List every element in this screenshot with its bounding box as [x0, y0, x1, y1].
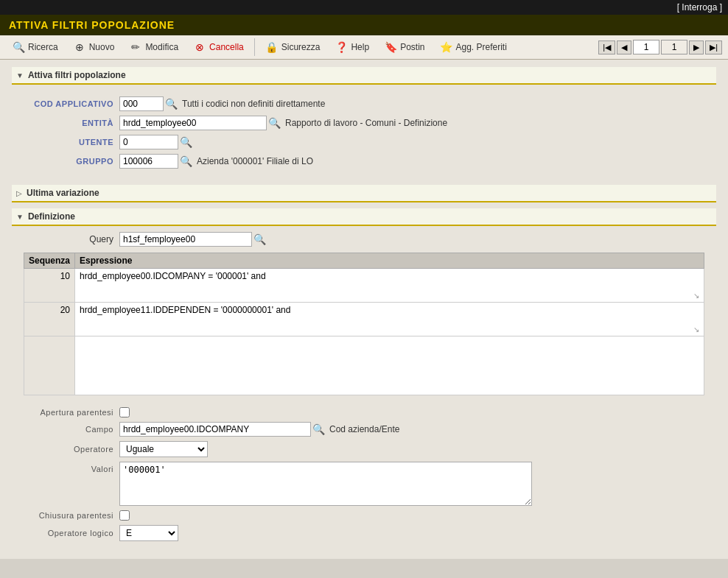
section3-header[interactable]: ▼ Definizione	[12, 208, 716, 226]
operatore-row: Operatore Uguale Diverso Maggiore Minore…	[24, 441, 704, 457]
utente-label: UTENTE	[24, 138, 119, 147]
cod-applicativo-lookup-button[interactable]: 🔍	[165, 98, 178, 110]
postin-button[interactable]: 🔖 Postin	[378, 38, 430, 56]
query-label: Query	[24, 234, 119, 244]
section1-title: Attiva filtri popolazione	[28, 70, 126, 80]
campo-lookup-button[interactable]: 🔍	[312, 423, 325, 435]
ricerca-button[interactable]: 🔍 Ricerca	[6, 38, 64, 56]
utente-input[interactable]	[119, 135, 178, 149]
valori-label: Valori	[24, 462, 119, 473]
resize-handle-1: ↘	[80, 292, 699, 300]
cod-applicativo-row: COD APPLICATIVO 🔍 Tutti i codici non def…	[24, 96, 704, 111]
chiusura-parentesi-checkbox[interactable]	[119, 510, 130, 521]
valori-textarea[interactable]: '000001'	[119, 462, 532, 506]
section2-arrow: ▷	[16, 189, 22, 197]
postin-icon: 🔖	[384, 40, 397, 54]
nav-page-input[interactable]	[633, 40, 659, 54]
operatore-label: Operatore	[24, 445, 119, 454]
col-espressione: Espressione	[75, 253, 704, 269]
expr-cell-1[interactable]: hrdd_employee00.IDCOMPANY = '000001' and…	[75, 269, 704, 303]
gruppo-lookup-button[interactable]: 🔍	[180, 155, 192, 167]
nav-total-input	[661, 40, 687, 54]
nav-next-button[interactable]: ▶	[689, 40, 704, 54]
col-sequenza: Sequenza	[24, 253, 75, 269]
gruppo-label: GRUPPO	[24, 157, 119, 166]
seq-cell-2: 20	[24, 303, 75, 336]
expr-content-2: hrdd_employee11.IDDEPENDEN = '0000000001…	[80, 305, 699, 325]
query-row: Query 🔍	[12, 232, 716, 247]
expression-table: Sequenza Espressione 10 hrdd_employee00.…	[24, 253, 704, 395]
title-bar: ATTIVA FILTRI POPOLAZIONE	[0, 15, 728, 35]
apertura-parentesi-label: Apertura parentesi	[24, 408, 119, 417]
sicurezza-button[interactable]: 🔒 Sicurezza	[259, 38, 326, 56]
entita-lookup-button[interactable]: 🔍	[268, 117, 281, 129]
grid-container: Sequenza Espressione 10 hrdd_employee00.…	[12, 253, 716, 395]
form1: COD APPLICATIVO 🔍 Tutti i codici non def…	[12, 91, 716, 179]
operatore-logico-select[interactable]: E O	[119, 525, 178, 541]
nuovo-icon: ⊕	[73, 40, 86, 54]
campo-desc: Cod azienda/Ente	[329, 424, 399, 434]
gruppo-input[interactable]	[119, 154, 178, 169]
entita-desc: Rapporto di lavoro - Comuni - Definizion…	[285, 118, 447, 128]
section3-arrow: ▼	[16, 213, 24, 221]
help-icon: ❓	[335, 40, 348, 54]
table-row: 10 hrdd_employee00.IDCOMPANY = '000001' …	[24, 269, 704, 303]
cancella-icon: ⊗	[193, 40, 206, 54]
valori-row: Valori '000001'	[24, 462, 704, 506]
chiusura-parentesi-label: Chiusura parentesi	[24, 511, 119, 520]
sicurezza-icon: 🔒	[265, 40, 279, 54]
cod-applicativo-input[interactable]	[119, 96, 164, 111]
utente-row: UTENTE 🔍	[24, 135, 704, 149]
cod-applicativo-desc: Tutti i codici non definiti direttamente	[182, 99, 325, 109]
campo-row: Campo 🔍 Cod azienda/Ente	[24, 422, 704, 437]
cod-applicativo-label: COD APPLICATIVO	[24, 99, 119, 108]
ricerca-icon: 🔍	[12, 40, 25, 54]
expr-content-1: hrdd_employee00.IDCOMPANY = '000001' and	[80, 271, 699, 292]
separator-1	[254, 38, 255, 56]
bottom-form: Apertura parentesi Campo 🔍 Cod azienda/E…	[12, 401, 716, 551]
expr-cell-2[interactable]: hrdd_employee11.IDDEPENDEN = '0000000001…	[75, 303, 704, 336]
toolbar: 🔍 Ricerca ⊕ Nuovo ✏ Modifica ⊗ Cancella …	[0, 35, 728, 60]
star-icon: ⭐	[440, 40, 453, 54]
nav-prev-button[interactable]: ◀	[617, 40, 631, 54]
help-button[interactable]: ❓ Help	[329, 38, 375, 56]
page-title: ATTIVA FILTRI POPOLAZIONE	[9, 19, 175, 31]
seq-cell-3	[24, 336, 75, 395]
resize-handle-2: ↘	[80, 325, 699, 334]
modifica-button[interactable]: ✏ Modifica	[123, 38, 184, 56]
seq-cell-1: 10	[24, 269, 75, 303]
cancella-button[interactable]: ⊗ Cancella	[187, 38, 250, 56]
table-row: 20 hrdd_employee11.IDDEPENDEN = '0000000…	[24, 303, 704, 336]
table-row	[24, 336, 704, 395]
campo-input[interactable]	[119, 422, 311, 437]
apertura-parentesi-checkbox[interactable]	[119, 407, 130, 417]
gruppo-row: GRUPPO 🔍 Azienda '000001' Filiale di LO	[24, 154, 704, 169]
agg-preferiti-button[interactable]: ⭐ Agg. Preferiti	[434, 38, 513, 56]
top-bar: [ Interroga ]	[0, 0, 728, 15]
entita-input[interactable]	[119, 116, 267, 130]
section3-title: Definizione	[28, 211, 75, 222]
campo-label: Campo	[24, 425, 119, 434]
interroga-link[interactable]: [ Interroga ]	[677, 2, 722, 13]
entita-label: ENTITÀ	[24, 119, 119, 127]
query-lookup-button[interactable]: 🔍	[253, 233, 266, 245]
gruppo-desc: Azienda '000001' Filiale di LO	[197, 156, 313, 166]
entita-row: ENTITÀ 🔍 Rapporto di lavoro - Comuni - D…	[24, 116, 704, 130]
utente-lookup-button[interactable]: 🔍	[180, 136, 192, 148]
nav-controls: |◀ ◀ ▶ ▶|	[598, 40, 722, 54]
section1-arrow: ▼	[16, 71, 24, 80]
chiusura-parentesi-row: Chiusura parentesi	[24, 510, 704, 521]
modifica-icon: ✏	[129, 40, 142, 54]
expr-cell-3[interactable]	[75, 336, 704, 395]
operatore-select[interactable]: Uguale Diverso Maggiore Minore Maggiore …	[119, 441, 208, 457]
section1-header[interactable]: ▼ Attiva filtri popolazione	[12, 67, 716, 85]
section2-header[interactable]: ▷ Ultima variazione	[12, 185, 716, 202]
section2-title: Ultima variazione	[27, 188, 99, 198]
operatore-logico-row: Operatore logico E O	[24, 525, 704, 541]
apertura-parentesi-row: Apertura parentesi	[24, 407, 704, 417]
nav-last-button[interactable]: ▶|	[705, 40, 722, 54]
nav-first-button[interactable]: |◀	[598, 40, 615, 54]
main-content: ▼ Attiva filtri popolazione COD APPLICAT…	[0, 60, 728, 559]
query-input[interactable]	[119, 232, 252, 247]
nuovo-button[interactable]: ⊕ Nuovo	[67, 38, 121, 56]
